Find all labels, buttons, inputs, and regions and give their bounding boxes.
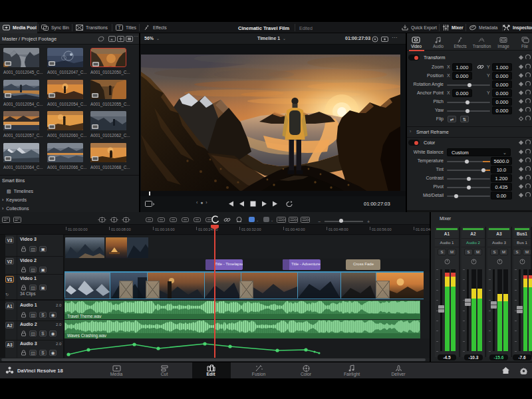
svg-text:T: T: [118, 25, 121, 30]
